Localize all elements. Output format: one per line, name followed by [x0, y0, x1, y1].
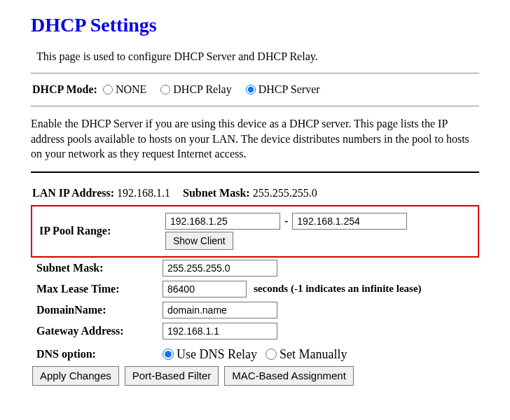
domain-name-row: DomainName: [31, 300, 479, 321]
divider [31, 106, 479, 106]
dns-option-label: DNS option: [31, 348, 163, 360]
dns-manual-option[interactable]: Set Manually [266, 347, 347, 362]
domain-name-label: DomainName: [31, 304, 163, 316]
subnet-mask-input[interactable] [163, 260, 277, 276]
mode-server-radio[interactable] [246, 85, 256, 94]
ip-pool-highlight-box: IP Pool Range: - Show Client [31, 205, 479, 258]
domain-name-input[interactable] [163, 302, 277, 318]
mode-relay-radio[interactable] [160, 85, 170, 94]
port-based-filter-button[interactable]: Port-Based Filter [125, 366, 219, 386]
description-text: Enable the DHCP Server if you are using … [31, 116, 479, 162]
lease-time-input[interactable] [163, 281, 247, 298]
lan-ip-label: LAN IP Address: [32, 187, 114, 199]
dns-relay-option[interactable]: Use DNS Relay [163, 347, 257, 362]
divider [31, 73, 479, 74]
lan-mask-label: Subnet Mask: [183, 187, 250, 199]
mode-none-option[interactable]: NONE [103, 83, 146, 96]
ip-pool-label: IP Pool Range: [34, 225, 165, 237]
dns-option-row: DNS option: Use DNS Relay Set Manually [31, 342, 479, 366]
apply-changes-button[interactable]: Apply Changes [32, 366, 119, 386]
ip-pool-end-input[interactable] [292, 213, 407, 230]
dns-relay-radio[interactable] [163, 349, 174, 360]
subnet-mask-label: Subnet Mask: [31, 262, 163, 274]
lease-time-hint: seconds (-1 indicates an infinite lease) [254, 283, 422, 295]
mode-server-label: DHCP Server [259, 83, 320, 96]
mac-based-assignment-button[interactable]: MAC-Based Assignment [224, 366, 354, 386]
intro-text: This page is used to configure DHCP Serv… [31, 50, 479, 63]
lan-ip-value: 192.168.1.1 [117, 187, 170, 199]
action-button-row: Apply Changes Port-Based Filter MAC-Base… [31, 366, 479, 386]
divider-thick [31, 172, 479, 173]
mode-server-option[interactable]: DHCP Server [246, 83, 320, 96]
lease-time-row: Max Lease Time: seconds (-1 indicates an… [31, 279, 479, 300]
dhcp-mode-label: DHCP Mode: [32, 83, 97, 96]
show-client-button[interactable]: Show Client [165, 232, 233, 250]
ip-pool-start-input[interactable] [165, 213, 280, 230]
dhcp-mode-row: DHCP Mode: NONE DHCP Relay DHCP Server [31, 83, 479, 96]
lan-info-row: LAN IP Address: 192.168.1.1 Subnet Mask:… [31, 180, 479, 204]
lan-mask-value: 255.255.255.0 [253, 187, 317, 199]
page-title: DHCP Settings [31, 14, 479, 36]
mode-none-radio[interactable] [103, 85, 113, 94]
dns-manual-radio[interactable] [266, 349, 277, 360]
gateway-input[interactable] [163, 323, 277, 340]
subnet-mask-row: Subnet Mask: [31, 258, 479, 279]
mode-none-label: NONE [116, 83, 146, 96]
lease-time-label: Max Lease Time: [31, 283, 163, 295]
mode-relay-label: DHCP Relay [173, 83, 231, 96]
ip-pool-row: IP Pool Range: - Show Client [34, 211, 476, 252]
dns-relay-label: Use DNS Relay [177, 347, 257, 362]
gateway-label: Gateway Address: [31, 325, 163, 337]
dns-manual-label: Set Manually [280, 347, 347, 362]
ip-pool-dash: - [284, 215, 288, 227]
gateway-row: Gateway Address: [31, 321, 479, 342]
mode-relay-option[interactable]: DHCP Relay [160, 83, 231, 96]
